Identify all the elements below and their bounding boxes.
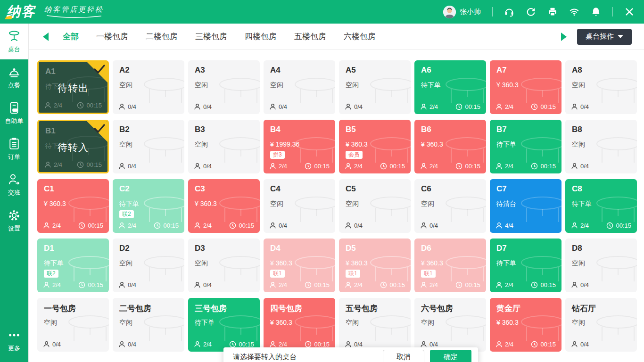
- printer-icon[interactable]: [547, 7, 558, 17]
- table-card[interactable]: B1 待下单 待转入 2/4: [37, 120, 109, 173]
- table-name: C8: [572, 184, 582, 194]
- table-card[interactable]: 六号包房 空闲 0/4: [414, 298, 486, 352]
- clock-icon: [305, 341, 312, 348]
- table-card[interactable]: B4 ¥ 1999.36 拼3 2/4: [264, 120, 335, 173]
- sidebar-item-tables[interactable]: 桌台: [0, 24, 28, 59]
- table-card[interactable]: C2 待下单 联2 2/4 00:: [113, 179, 184, 233]
- table-card[interactable]: D4 ¥ 360.3 联1 2/4: [264, 239, 335, 292]
- clock-icon: [606, 222, 613, 229]
- support-headset-icon[interactable]: [504, 7, 514, 17]
- occupancy-text: 0/4: [203, 281, 212, 288]
- occupancy-text: 0/4: [128, 103, 136, 110]
- tab-3[interactable]: 二楼包房: [146, 31, 178, 42]
- table-card[interactable]: 三号包房 待下单 2/4 00:: [188, 298, 260, 352]
- confirm-button[interactable]: 确定: [430, 350, 471, 362]
- person-icon: [44, 102, 51, 109]
- table-card[interactable]: 四号包房 ¥ 360.3 2/4: [264, 298, 335, 352]
- sidebar-item-orders[interactable]: 订单: [0, 131, 28, 167]
- user-chip[interactable]: 张小帅: [443, 6, 481, 18]
- occupancy-text: 0/4: [128, 163, 136, 170]
- table-card[interactable]: A3 空闲 0/4: [188, 60, 260, 114]
- table-card-footer: 2/4 00:15: [37, 278, 109, 292]
- occupancy: 0/4: [571, 281, 589, 288]
- table-card[interactable]: A8 空闲 0/4: [565, 60, 637, 114]
- table-card[interactable]: A6 待下单 2/4 00:15: [414, 60, 486, 114]
- table-card[interactable]: B7 待下单 2/4 00:15: [490, 120, 561, 173]
- table-card[interactable]: B5 ¥ 360.3 会员 2/4: [339, 120, 411, 173]
- table-card[interactable]: D7 待下单 2/4 00:15: [490, 239, 561, 292]
- table-card[interactable]: C5 空闲 0/4: [339, 179, 411, 233]
- table-card[interactable]: D3 空闲 0/4: [188, 239, 260, 292]
- elapsed-time: 00:15: [229, 341, 254, 348]
- table-status: 空闲: [195, 259, 208, 268]
- person-icon: [420, 281, 427, 288]
- tab-1[interactable]: 全部: [63, 31, 79, 42]
- slogan-text: 纳客管店更轻松: [44, 5, 104, 14]
- table-card-footer: 2/4 00:15: [37, 218, 109, 233]
- table-card[interactable]: A7 ¥ 360.3 2/4 0: [490, 60, 561, 114]
- clock-icon: [154, 222, 161, 229]
- table-card-footer: 2/4 00:15: [264, 278, 335, 292]
- elapsed-time-text: 00:15: [239, 222, 254, 229]
- occupancy-text: 0/4: [203, 103, 212, 110]
- table-card[interactable]: D2 空闲 0/4: [113, 239, 184, 292]
- person-icon: [269, 222, 276, 229]
- table-card[interactable]: C7 待清台 4/4: [490, 179, 561, 233]
- sidebar-item-order-food[interactable]: 点餐: [0, 59, 28, 95]
- elapsed-time: 00:15: [531, 281, 556, 288]
- check-icon: [93, 64, 106, 74]
- table-card[interactable]: B6 ¥ 360.3 2/4 0: [414, 120, 486, 173]
- sidebar-item-label: 桌台: [8, 45, 20, 54]
- table-card[interactable]: 钻石厅 空闲 0/4: [565, 298, 637, 352]
- table-card[interactable]: A4 空闲 0/4: [264, 60, 335, 114]
- person-icon: [571, 341, 578, 348]
- table-card[interactable]: B8 空闲 0/4: [565, 120, 637, 173]
- table-actions-button[interactable]: 桌台操作: [577, 29, 632, 45]
- table-card-footer: 2/4 00:15: [113, 218, 184, 233]
- cancel-button[interactable]: 取消: [383, 350, 424, 362]
- table-card[interactable]: A1 待下单 待转出 2/4: [37, 60, 109, 114]
- tab-5[interactable]: 四楼包房: [245, 31, 277, 42]
- table-card[interactable]: D5 ¥ 360.3 联1 2/4: [339, 239, 411, 292]
- sidebar-item-more[interactable]: 更多: [0, 322, 28, 358]
- table-card[interactable]: C6 空闲 0/4: [414, 179, 486, 233]
- table-card[interactable]: C8 待下单 2/4 00:15: [565, 179, 637, 233]
- table-name: A8: [572, 66, 582, 75]
- table-card[interactable]: D8 空闲 0/4: [565, 239, 637, 292]
- table-card[interactable]: 五号包房 空闲 0/4: [339, 298, 411, 352]
- table-card[interactable]: D1 待下单 联2 2/4 00:: [37, 239, 109, 292]
- sync-icon[interactable]: [526, 7, 536, 17]
- table-card[interactable]: D6 ¥ 360.3 联1 2/4: [414, 239, 486, 292]
- table-card[interactable]: C1 ¥ 360.3 2/4 0: [37, 179, 109, 233]
- person-icon: [194, 341, 201, 348]
- table-card-footer: 2/4 00:15: [490, 159, 561, 173]
- sidebar-item-self-service[interactable]: 自助单: [0, 95, 28, 131]
- tab-6[interactable]: 五楼包房: [294, 31, 326, 42]
- tabs-scroll-left-icon[interactable]: [43, 33, 49, 41]
- table-card-footer: 0/4: [188, 159, 260, 173]
- table-status: ¥ 1999.36: [270, 140, 299, 148]
- table-card[interactable]: B2 空闲 0/4: [113, 120, 184, 173]
- occupancy: 0/4: [571, 341, 589, 348]
- table-card[interactable]: 一号包房 空闲 0/4: [37, 298, 109, 352]
- table-card[interactable]: A5 空闲 0/4: [339, 60, 411, 114]
- occupancy: 2/4: [269, 281, 287, 288]
- chevron-down-icon: [618, 35, 623, 38]
- wifi-icon[interactable]: [569, 7, 579, 17]
- tab-2[interactable]: 一楼包房: [96, 31, 128, 42]
- tab-4[interactable]: 三楼包房: [195, 31, 227, 42]
- tabs-scroll-right-icon[interactable]: [561, 33, 567, 41]
- bell-icon[interactable]: [591, 7, 601, 17]
- sidebar-item-shift[interactable]: 交班: [0, 167, 28, 203]
- sidebar-item-settings[interactable]: 设置: [0, 203, 28, 239]
- table-card[interactable]: A2 空闲 0/4: [113, 60, 184, 114]
- elapsed-time: 00:15: [77, 102, 102, 109]
- table-card[interactable]: B3 空闲 0/4: [188, 120, 260, 173]
- table-card[interactable]: C4 空闲 0/4: [264, 179, 335, 233]
- person-icon: [345, 103, 352, 110]
- table-card[interactable]: 黄金厅 ¥ 360.3 2/4: [490, 298, 561, 352]
- table-card[interactable]: 二号包房 空闲 0/4: [113, 298, 184, 352]
- table-card[interactable]: C3 ¥ 360.3 2/4 0: [188, 179, 260, 233]
- close-icon[interactable]: [624, 7, 635, 17]
- tab-7[interactable]: 六楼包房: [344, 31, 376, 42]
